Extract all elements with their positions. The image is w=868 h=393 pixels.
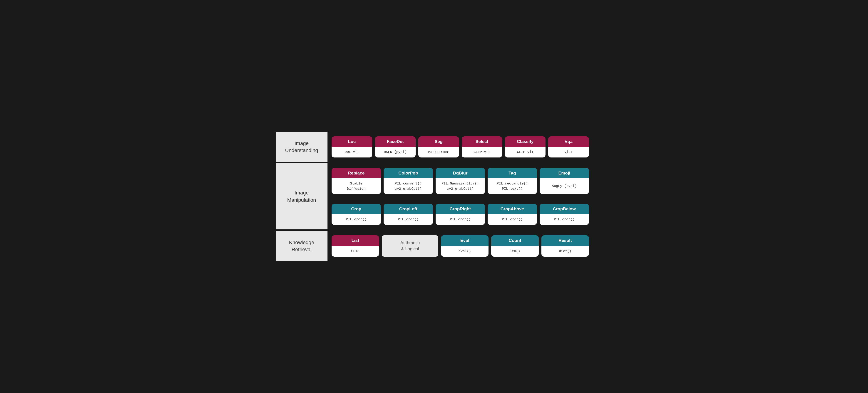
card-header-1-0-1: ColorPop bbox=[383, 168, 433, 178]
row-label-2: Knowledge Retrieval bbox=[276, 231, 328, 262]
card-body-1-0-1: PIL.convert() cv2.grabCut() bbox=[383, 178, 433, 194]
card-0-0-4: ClassifyCLIP-ViT bbox=[505, 136, 546, 158]
card-header-1-1-1: CropLeft bbox=[383, 204, 433, 214]
card-header-0-0-0: Loc bbox=[332, 136, 372, 147]
card-1-0-4: EmojiAugLy (pypi) bbox=[539, 168, 589, 194]
arithmetic-cell-2: Arithmetic & Logical bbox=[382, 235, 438, 257]
card-body-2-0-4: dict() bbox=[541, 246, 589, 257]
main-table: Image UnderstandingLocOWL-ViTFaceDetDSFD… bbox=[275, 131, 593, 262]
card-header-2-0-2: Eval bbox=[441, 235, 489, 246]
content-cell-1-0: ReplaceStable DiffusionColorPopPIL.conve… bbox=[328, 163, 593, 199]
card-body-1-1-3: PIL.crop() bbox=[488, 214, 537, 225]
card-header-0-0-4: Classify bbox=[505, 136, 546, 147]
card-0-0-3: SelectCLIP-ViT bbox=[462, 136, 502, 158]
card-1-1-1: CropLeftPIL.crop() bbox=[383, 204, 433, 225]
card-2-0-0: ListGPT3 bbox=[332, 235, 379, 257]
card-body-1-1-2: PIL.crop() bbox=[436, 214, 485, 225]
card-header-1-0-0: Replace bbox=[332, 168, 381, 178]
card-body-1-0-4: AugLy (pypi) bbox=[539, 178, 589, 194]
card-header-0-0-5: Vqa bbox=[548, 136, 589, 147]
card-body-1-0-2: PIL.GaussianBlur() cv2.grabCut() bbox=[436, 178, 485, 194]
card-header-2-0-3: Count bbox=[491, 235, 539, 246]
card-body-1-0-3: PIL.rectangle() PIL.text() bbox=[488, 178, 537, 194]
card-2-0-4: Resultdict() bbox=[541, 235, 589, 257]
card-body-1-1-0: PIL.crop() bbox=[332, 214, 381, 225]
content-cell-0-0: LocOWL-ViTFaceDetDSFD (pypi)SegMaskForme… bbox=[328, 132, 593, 162]
card-body-2-0-2: eval() bbox=[441, 246, 489, 257]
content-cell-1-1: CropPIL.crop()CropLeftPIL.crop()CropRigh… bbox=[328, 199, 593, 230]
card-body-0-0-5: ViLT bbox=[548, 147, 589, 158]
card-header-1-0-4: Emoji bbox=[539, 168, 589, 178]
card-body-1-0-0: Stable Diffusion bbox=[332, 178, 381, 194]
card-body-1-1-1: PIL.crop() bbox=[383, 214, 433, 225]
card-body-0-0-3: CLIP-ViT bbox=[462, 147, 502, 158]
card-body-0-0-0: OWL-ViT bbox=[332, 147, 372, 158]
card-1-0-3: TagPIL.rectangle() PIL.text() bbox=[488, 168, 537, 194]
card-body-2-0-3: len() bbox=[491, 246, 539, 257]
card-header-2-0-4: Result bbox=[541, 235, 589, 246]
card-header-1-1-3: CropAbove bbox=[488, 204, 537, 214]
card-1-1-2: CropRightPIL.crop() bbox=[436, 204, 485, 225]
card-0-0-2: SegMaskFormer bbox=[418, 136, 459, 158]
card-0-0-5: VqaViLT bbox=[548, 136, 589, 158]
card-1-0-0: ReplaceStable Diffusion bbox=[332, 168, 381, 194]
content-cell-2-0: ListGPT3Arithmetic & LogicalEvaleval()Co… bbox=[328, 231, 593, 262]
card-0-0-1: FaceDetDSFD (pypi) bbox=[375, 136, 415, 158]
card-header-1-0-2: BgBlur bbox=[436, 168, 485, 178]
card-body-1-1-4: PIL.crop() bbox=[539, 214, 589, 225]
card-header-1-1-4: CropBelow bbox=[539, 204, 589, 214]
card-header-2-0-0: List bbox=[332, 235, 379, 246]
card-body-0-0-1: DSFD (pypi) bbox=[375, 147, 415, 158]
card-body-2-0-0: GPT3 bbox=[332, 246, 379, 257]
card-header-1-0-3: Tag bbox=[488, 168, 537, 178]
card-1-0-2: BgBlurPIL.GaussianBlur() cv2.grabCut() bbox=[436, 168, 485, 194]
card-header-1-1-0: Crop bbox=[332, 204, 381, 214]
card-0-0-0: LocOWL-ViT bbox=[332, 136, 372, 158]
card-header-0-0-3: Select bbox=[462, 136, 502, 147]
card-1-1-3: CropAbovePIL.crop() bbox=[488, 204, 537, 225]
card-header-0-0-1: FaceDet bbox=[375, 136, 415, 147]
card-2-0-3: Countlen() bbox=[491, 235, 539, 257]
card-1-1-0: CropPIL.crop() bbox=[332, 204, 381, 225]
card-1-1-4: CropBelowPIL.crop() bbox=[539, 204, 589, 225]
card-1-0-1: ColorPopPIL.convert() cv2.grabCut() bbox=[383, 168, 433, 194]
card-header-0-0-2: Seg bbox=[418, 136, 459, 147]
card-body-0-0-4: CLIP-ViT bbox=[505, 147, 546, 158]
card-2-0-2: Evaleval() bbox=[441, 235, 489, 257]
card-header-1-1-2: CropRight bbox=[436, 204, 485, 214]
row-label-0: Image Understanding bbox=[276, 132, 328, 162]
row-label-1: Image Manipulation bbox=[276, 163, 328, 230]
card-body-0-0-2: MaskFormer bbox=[418, 147, 459, 158]
